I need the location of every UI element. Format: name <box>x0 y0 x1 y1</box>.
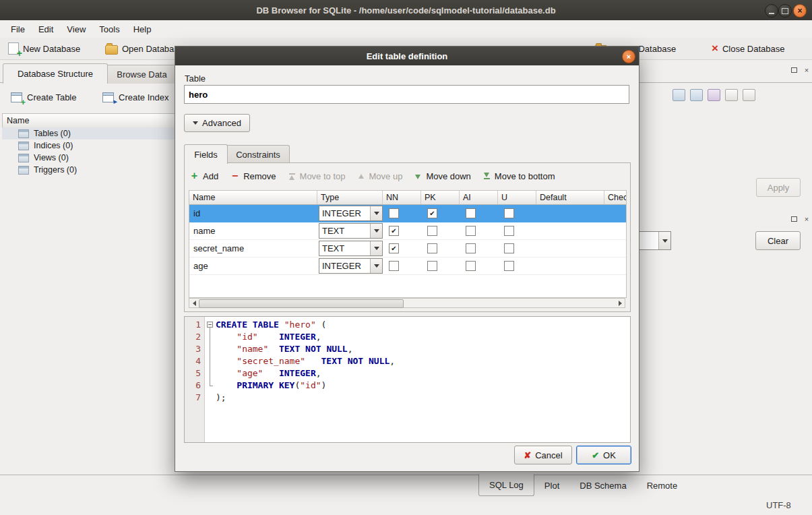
type-combo[interactable]: INTEGER <box>319 258 383 274</box>
column-header-default[interactable]: Default <box>536 191 604 204</box>
create-table-button[interactable]: Create Table <box>5 88 82 106</box>
sql-code: CREATE TABLE "hero" ( "id" INTEGER, "nam… <box>216 317 630 442</box>
ai-checkbox[interactable] <box>466 226 476 236</box>
minimize-button[interactable] <box>765 4 778 18</box>
remove-button[interactable]: Remove <box>230 171 276 181</box>
tree-item[interactable]: Tables (0) <box>2 127 176 140</box>
bottom-tab-plot[interactable]: Plot <box>534 477 569 495</box>
advanced-toggle-button[interactable]: Advanced <box>184 114 250 132</box>
pk-cell <box>421 222 460 239</box>
close-database-button[interactable]: × Close Database <box>708 40 788 57</box>
new-database-button[interactable]: New Database <box>4 40 84 57</box>
table-name-input[interactable] <box>184 85 629 104</box>
bottom-tab-remote[interactable]: Remote <box>637 477 688 495</box>
column-header-check[interactable]: Check <box>604 191 627 204</box>
tree-item[interactable]: Views (0) <box>2 152 176 164</box>
close-dock-icon[interactable]: × <box>803 215 811 223</box>
u-checkbox[interactable] <box>504 261 514 271</box>
field-row-age[interactable]: ageINTEGER <box>189 258 626 275</box>
type-combo[interactable]: TEXT <box>319 223 383 239</box>
cancel-button[interactable]: ✘ Cancel <box>514 446 572 464</box>
fields-panel: AddRemoveMove to topMove upMove downMove… <box>184 162 631 312</box>
nn-checkbox[interactable] <box>389 208 399 218</box>
field-row-secret_name[interactable]: secret_nameTEXT✔ <box>189 240 626 258</box>
sql-line: "id" INTEGER, <box>216 331 630 343</box>
horizontal-scrollbar[interactable] <box>189 298 625 308</box>
apply-button[interactable]: Apply <box>756 178 801 197</box>
nn-checkbox[interactable]: ✔ <box>389 243 399 253</box>
pk-checkbox[interactable] <box>427 243 437 253</box>
nn-checkbox[interactable] <box>389 261 399 271</box>
table-icon <box>18 166 29 175</box>
tab-fields[interactable]: Fields <box>184 144 228 164</box>
import-icon[interactable] <box>673 89 685 101</box>
tab-constraints[interactable]: Constraints <box>226 145 290 164</box>
menu-view[interactable]: View <box>60 22 92 36</box>
menu-edit[interactable]: Edit <box>32 22 60 36</box>
dock-buttons-top: × <box>790 66 811 74</box>
line-number: 2 <box>185 331 201 343</box>
bottom-tab-sql-log[interactable]: SQL Log <box>478 474 534 496</box>
menu-file[interactable]: File <box>4 22 32 36</box>
move-down-button[interactable]: Move down <box>414 171 470 181</box>
pk-checkbox[interactable] <box>427 226 437 236</box>
fold-collapse-icon[interactable]: − <box>207 322 213 328</box>
pk-checkbox[interactable]: ✔ <box>427 208 437 218</box>
column-header-u[interactable]: U <box>498 191 536 204</box>
set-null-icon[interactable] <box>708 89 720 101</box>
menu-help[interactable]: Help <box>127 22 158 36</box>
column-header-nn[interactable]: NN <box>383 191 421 204</box>
add-button[interactable]: Add <box>190 171 218 181</box>
float-dock-icon[interactable] <box>790 66 798 74</box>
type-combo[interactable]: TEXT <box>319 241 383 256</box>
check-constraint-cell <box>604 222 627 239</box>
export-icon[interactable] <box>690 89 703 101</box>
scrollbar-thumb[interactable] <box>199 299 404 308</box>
menu-tools[interactable]: Tools <box>92 22 126 36</box>
dialog-close-button[interactable]: × <box>622 50 635 63</box>
field-row-name[interactable]: nameTEXT✔ <box>189 222 626 240</box>
table-icon <box>18 142 29 150</box>
clear-button[interactable]: Clear <box>755 231 801 250</box>
u-checkbox[interactable] <box>504 243 514 253</box>
create-index-button[interactable]: Create Index <box>97 88 174 106</box>
ai-checkbox[interactable] <box>466 261 476 271</box>
ai-checkbox[interactable] <box>466 208 476 218</box>
default-cell <box>536 240 604 257</box>
close-window-button[interactable]: × <box>793 4 807 18</box>
maximize-button[interactable] <box>778 4 792 18</box>
column-header-ai[interactable]: AI <box>460 191 498 204</box>
bottom-tab-db-schema[interactable]: DB Schema <box>569 477 636 495</box>
tree-column-header[interactable]: Name <box>2 113 181 128</box>
column-header-pk[interactable]: PK <box>421 191 460 204</box>
field-type-cell: TEXT <box>317 222 383 239</box>
column-header-name[interactable]: Name <box>189 191 317 204</box>
ai-cell <box>460 222 498 239</box>
fold-column: − <box>205 317 216 442</box>
nn-cell <box>383 258 421 274</box>
line-number: 1 <box>185 319 201 331</box>
move-bottom-button[interactable]: Move to bottom <box>483 171 555 181</box>
field-row-id[interactable]: idINTEGER✔ <box>189 205 626 222</box>
ok-button[interactable]: ✔ OK <box>576 446 631 464</box>
u-cell <box>498 222 536 239</box>
column-header-type[interactable]: Type <box>317 191 383 204</box>
edit-table-definition-dialog: Edit table definition × Table Advanced F… <box>175 46 639 472</box>
print-icon[interactable] <box>725 89 738 101</box>
scroll-right-icon[interactable] <box>615 299 625 307</box>
tab-database-structure[interactable]: Database Structure <box>3 63 108 84</box>
new-database-icon <box>8 42 19 55</box>
word-wrap-icon[interactable] <box>743 89 755 101</box>
nn-checkbox[interactable]: ✔ <box>389 226 399 236</box>
tree-item[interactable]: Indices (0) <box>2 140 176 152</box>
ai-checkbox[interactable] <box>466 243 476 253</box>
tab-browse-data[interactable]: Browse Data <box>106 65 177 84</box>
u-checkbox[interactable] <box>504 208 514 218</box>
float-dock-icon[interactable] <box>790 215 798 223</box>
type-combo[interactable]: INTEGER <box>319 206 383 221</box>
u-checkbox[interactable] <box>504 226 514 236</box>
pk-checkbox[interactable] <box>427 261 437 271</box>
tree-item[interactable]: Triggers (0) <box>2 164 176 176</box>
close-dock-icon[interactable]: × <box>803 66 811 74</box>
scroll-left-icon[interactable] <box>189 299 199 307</box>
